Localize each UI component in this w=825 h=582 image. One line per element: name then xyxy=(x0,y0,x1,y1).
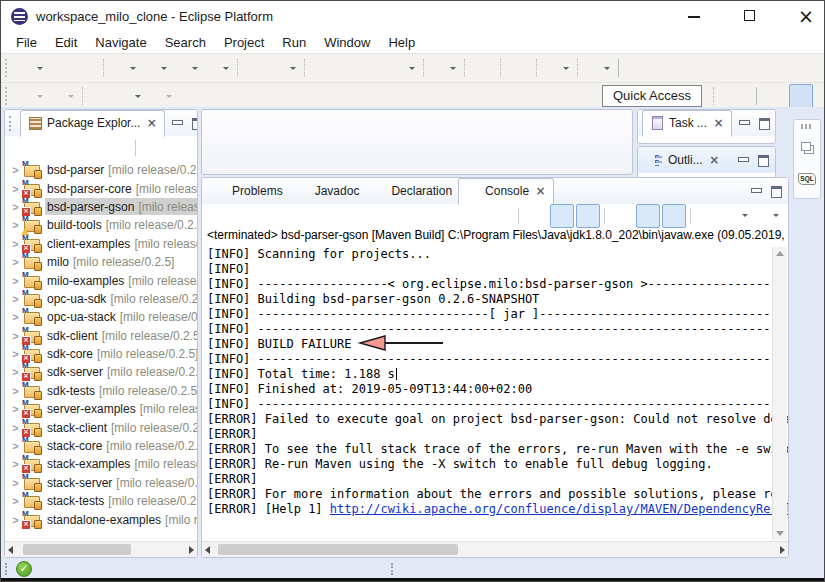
drag-handle[interactable] xyxy=(5,563,11,575)
window-maximize-button[interactable] xyxy=(742,8,758,24)
maximize-view-button[interactable] xyxy=(756,116,772,130)
annotate-button[interactable] xyxy=(543,56,572,80)
tree-item[interactable]: sdk-tests[milo release/0.2.5] xyxy=(5,382,197,400)
new-wizard-button[interactable] xyxy=(17,56,46,80)
clear-console-button[interactable] xyxy=(524,204,548,228)
tree-item[interactable]: standalone-examples[milo release/0.2.5] xyxy=(5,510,197,528)
tree-item[interactable]: opc-ua-stack[milo release/0.2.5] xyxy=(5,308,197,326)
import-button[interactable] xyxy=(17,84,46,108)
stderr-button[interactable] xyxy=(662,204,686,228)
resource-persp-button[interactable] xyxy=(763,84,787,108)
lastedit-button[interactable] xyxy=(89,84,113,108)
display-console-button[interactable] xyxy=(722,204,751,228)
toolbar-drag-handle[interactable] xyxy=(5,87,12,105)
open-folder-button[interactable] xyxy=(363,56,387,80)
tree-item[interactable]: build-tools[milo release/0.2.5] xyxy=(5,216,197,234)
drag-handle[interactable] xyxy=(391,563,397,575)
tree-item[interactable]: stack-client[milo release/0.2.5] xyxy=(5,418,197,436)
minimize-view-button[interactable] xyxy=(169,116,185,130)
external-tools-button[interactable] xyxy=(203,56,232,80)
close-icon[interactable] xyxy=(145,117,158,130)
view-menu-button[interactable] xyxy=(167,136,191,160)
tree-item[interactable]: server-examples[milo release/0.2.5] xyxy=(5,400,197,418)
openpersp-button[interactable] xyxy=(727,84,751,108)
tree-item[interactable]: client-examples[milo release/0.2.5] xyxy=(5,235,197,253)
scroll-left-icon[interactable] xyxy=(8,546,13,554)
java-persp-button[interactable] xyxy=(789,84,813,108)
new-package-button[interactable] xyxy=(244,56,268,80)
tree-item[interactable]: milo[milo release/0.2.5] xyxy=(5,253,197,271)
menu-window[interactable]: Window xyxy=(315,33,379,52)
tree-item[interactable]: milo-examples[milo release/0.2.5] xyxy=(5,271,197,289)
scroll-lock-button[interactable] xyxy=(550,204,574,228)
menu-search[interactable]: Search xyxy=(156,33,215,52)
user-button[interactable] xyxy=(430,56,459,80)
scroll-right-icon[interactable] xyxy=(780,546,785,554)
tree-item[interactable]: stack-examples[milo release/0.2.5] xyxy=(5,455,197,473)
scroll-up-icon[interactable] xyxy=(776,251,784,256)
console-hyperlink[interactable]: http://cwiki.apache.org/confluence/displ… xyxy=(330,502,788,516)
tree-item[interactable]: stack-core[milo release/0.2.5] xyxy=(5,437,197,455)
tree-item[interactable]: opc-ua-sdk[milo release/0.2.5] xyxy=(5,290,197,308)
tab-task-list[interactable]: Task ... xyxy=(642,110,732,137)
resume-button[interactable] xyxy=(625,56,649,80)
save-output-button[interactable] xyxy=(610,204,634,228)
suspend-button[interactable] xyxy=(677,56,701,80)
scroll-left-icon[interactable] xyxy=(205,546,210,554)
tab-declaration[interactable]: Declaration xyxy=(365,179,458,204)
restore-view-button[interactable] xyxy=(795,136,819,160)
tree-item[interactable]: stack-server[milo release/0.2.5] xyxy=(5,474,197,492)
tree-item[interactable]: bsd-parser[milo release/0.2.5] xyxy=(5,161,197,179)
pin-console-button[interactable] xyxy=(696,204,720,228)
run-button[interactable] xyxy=(141,56,170,80)
minimize-view-button[interactable] xyxy=(735,153,751,167)
stdout-button[interactable] xyxy=(636,204,660,228)
toolbar-drag-handle[interactable] xyxy=(5,59,12,77)
import-folder-button[interactable] xyxy=(337,56,361,80)
scroll-down-icon[interactable] xyxy=(776,531,784,536)
forward-button[interactable] xyxy=(146,84,175,108)
tab-outline[interactable]: Outli... xyxy=(642,148,727,173)
console-output[interactable]: [INFO] Scanning for projects...[INFO][IN… xyxy=(202,245,788,541)
device-button[interactable] xyxy=(584,56,613,80)
maximize-view-button[interactable] xyxy=(755,153,771,167)
menu-edit[interactable]: Edit xyxy=(46,33,86,52)
tab-console[interactable]: Console xyxy=(458,178,554,205)
close-icon[interactable] xyxy=(712,117,725,130)
link-editor-button[interactable] xyxy=(107,136,131,160)
window-minimize-button[interactable] xyxy=(686,8,702,24)
collapse-all-button[interactable] xyxy=(81,136,105,160)
horizontal-scrollbar[interactable] xyxy=(5,541,197,557)
tree-item[interactable]: sdk-server[milo release/0.2.5] xyxy=(5,363,197,381)
menu-project[interactable]: Project xyxy=(215,33,273,52)
close-icon[interactable] xyxy=(708,154,721,167)
drag-handle[interactable] xyxy=(801,124,813,129)
refresh-button[interactable] xyxy=(270,56,299,80)
open-file-button[interactable] xyxy=(311,56,335,80)
terminate-button[interactable] xyxy=(438,204,462,228)
tab-javadoc[interactable]: Javadoc xyxy=(289,179,366,204)
menu-run[interactable]: Run xyxy=(273,33,315,52)
scrollbar-thumb[interactable] xyxy=(218,544,458,555)
sql-results-button[interactable]: SQL xyxy=(795,167,819,191)
tab-package-explorer[interactable]: Package Explor... xyxy=(20,110,165,137)
hand-button[interactable] xyxy=(703,56,727,80)
maximize-view-button[interactable] xyxy=(768,184,784,198)
menu-help[interactable]: Help xyxy=(379,33,424,52)
remove-launch-button[interactable] xyxy=(464,204,488,228)
vertical-scrollbar[interactable] xyxy=(772,247,787,540)
quick-access-button[interactable]: Quick Access xyxy=(602,85,702,107)
nosearch-button[interactable] xyxy=(507,56,531,80)
export-button[interactable] xyxy=(48,84,77,108)
maximize-view-button[interactable] xyxy=(189,116,198,130)
save-all-button[interactable] xyxy=(74,56,98,80)
menu-navigate[interactable]: Navigate xyxy=(86,33,155,52)
scroll-right-icon[interactable] xyxy=(189,546,194,554)
tab-problems[interactable]: Problems xyxy=(206,179,289,204)
brush-button[interactable] xyxy=(389,56,418,80)
tree-item[interactable]: sdk-client[milo release/0.2.5] xyxy=(5,327,197,345)
tree-item[interactable]: sdk-core[milo release/0.2.5] xyxy=(5,345,197,363)
monitor-button[interactable] xyxy=(471,56,495,80)
tree-item[interactable]: stack-tests[milo release/0.2.5] xyxy=(5,492,197,510)
minimize-view-button[interactable] xyxy=(748,184,764,198)
